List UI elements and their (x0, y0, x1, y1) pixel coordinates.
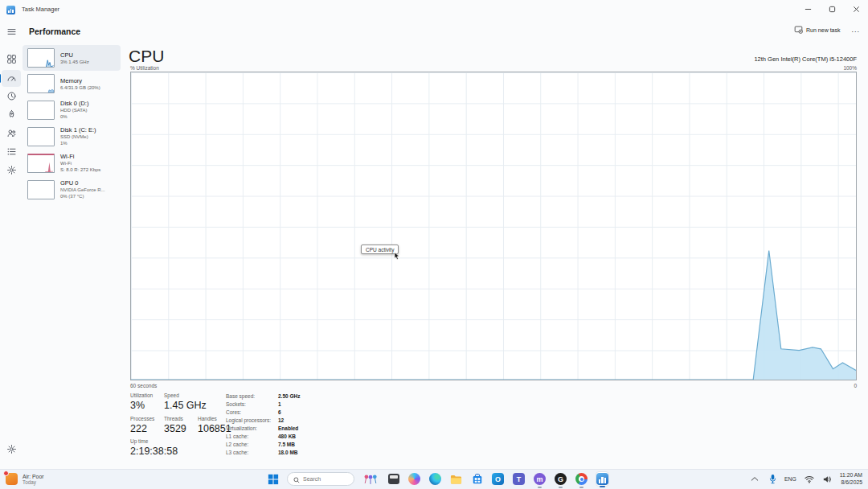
sidebar-item-title: GPU 0 (60, 179, 105, 187)
memory-mini-chart (27, 74, 55, 93)
close-button[interactable] (844, 0, 868, 18)
disk-0-d-mini-chart (27, 101, 55, 120)
utilization-value: 3% (130, 400, 145, 411)
nav-item-processes[interactable] (2, 51, 21, 68)
sidebar-item-title: CPU (60, 51, 89, 59)
taskbar-icon-files-dark-app[interactable] (387, 471, 400, 487)
sidebar-item-disk-1-c-e[interactable]: Disk 1 (C: E:)SSD (NVMe)1% (23, 123, 121, 150)
taskbar-icon-microsoft-store[interactable] (470, 471, 484, 487)
run-new-task-label: Run new task (806, 27, 840, 33)
tray-language[interactable]: ENG (784, 476, 796, 482)
run-new-task-button[interactable]: Run new task (794, 25, 840, 35)
taskbar-icon-pins-app[interactable] (362, 471, 379, 487)
taskbar-search[interactable] (287, 472, 354, 486)
startup-icon (6, 109, 17, 123)
detail-label: L2 cache: (226, 442, 278, 447)
titlebar: Task Manager (0, 0, 868, 18)
detail-row: Cores:6 (226, 408, 300, 416)
detail-label: L3 cache: (226, 450, 278, 455)
utilization-label: Utilization (130, 392, 153, 398)
minimize-button[interactable] (796, 0, 820, 18)
run-new-task-icon (794, 25, 803, 35)
taskbar-icon-m-app[interactable]: m (533, 471, 547, 487)
details-icon (6, 146, 17, 160)
taskbar-icon-copilot[interactable] (407, 471, 421, 487)
detail-row: Virtualization:Enabled (226, 424, 300, 432)
page-title: Performance (29, 27, 80, 36)
taskbar-icon-g-app[interactable]: G (554, 471, 567, 487)
more-options-button[interactable]: ... (851, 26, 860, 34)
sidebar-item-disk-0-d[interactable]: Disk 0 (D:)HDD (SATA)0% (23, 97, 121, 123)
detail-label: Logical processors: (226, 417, 278, 423)
outlook-icon: O (492, 473, 504, 485)
detail-label: Virtualization: (226, 425, 278, 431)
tray-volume-icon[interactable] (822, 471, 833, 487)
sidebar-item-title: Disk 1 (C: E:) (60, 126, 96, 134)
tray-chevron-up-icon[interactable] (749, 471, 760, 487)
detail-value: 12 (278, 417, 284, 423)
performance-sidebar: CPU3% 1.45 GHzMemory6.4/31.9 GB (20%)Dis… (23, 45, 121, 203)
gear-icon (6, 443, 17, 458)
x-right-label: 0 (854, 383, 857, 388)
hamburger-icon (6, 26, 17, 40)
sidebar-item-line2: Wi-Fi (60, 160, 100, 166)
nav-rail (0, 18, 23, 469)
microsoft-store-icon (472, 473, 483, 485)
task-manager-app-icon (6, 2, 15, 16)
nav-item-users[interactable] (2, 125, 21, 142)
x-left-label: 60 seconds (130, 383, 157, 388)
start-button[interactable] (266, 471, 280, 487)
nav-item-services[interactable] (2, 162, 21, 179)
sidebar-item-cpu[interactable]: CPU3% 1.45 GHz (23, 45, 121, 71)
nav-item-performance[interactable] (2, 70, 21, 87)
maximize-button[interactable] (820, 0, 844, 18)
sidebar-item-line3: 1% (60, 140, 96, 146)
g-app-icon: G (555, 473, 567, 485)
taskbar-icon-file-explorer[interactable] (449, 471, 463, 487)
sidebar-item-wi-fi[interactable]: Wi-FiWi-FiS: 8.0 R: 272 Kbps (23, 150, 121, 176)
y-max-label: 100% (843, 65, 857, 71)
y-axis-label: % Utilization (130, 65, 159, 71)
tray-wifi-icon[interactable] (804, 471, 815, 487)
disk-1-c-e-mini-chart (27, 127, 55, 146)
sidebar-item-line2: 3% 1.45 GHz (60, 59, 89, 65)
services-icon (6, 164, 17, 179)
detail-row: Sockets:1 (226, 400, 300, 408)
taskbar-icon-teams[interactable]: T (512, 471, 526, 487)
uptime-label: Up time (130, 438, 148, 444)
window-controls (796, 0, 868, 18)
nav-item-startup-apps[interactable] (2, 107, 21, 124)
nav-item-app-history[interactable] (2, 88, 21, 105)
detail-label: Cores: (226, 409, 278, 415)
detail-row: L3 cache:18.0 MB (226, 448, 300, 456)
nav-menu-button[interactable] (2, 24, 21, 41)
processor-name: 12th Gen Intel(R) Core(TM) i5-12400F (754, 55, 857, 63)
window-title: Task Manager (22, 6, 59, 13)
tray-time: 11:20 AM (840, 472, 862, 479)
cpu-utilization-chart[interactable]: CPU activity (130, 72, 857, 380)
detail-value: 18.0 MB (278, 450, 298, 455)
taskbar-icon-chrome[interactable] (575, 471, 588, 487)
search-input[interactable] (303, 476, 350, 482)
nav-item-details[interactable] (2, 144, 21, 161)
detail-value: 2.50 GHz (278, 393, 300, 399)
sidebar-item-title: Wi-Fi (60, 153, 100, 160)
processes-value: 222 (130, 423, 147, 434)
detail-value: Enabled (278, 425, 298, 431)
pins-app-icon (362, 473, 379, 485)
sidebar-item-line2: NVIDIA GeForce R... (60, 187, 105, 193)
file-explorer-icon (450, 474, 462, 485)
taskbar-icon-edge[interactable] (428, 471, 442, 487)
taskbar-icon-outlook[interactable]: O (491, 471, 505, 487)
tray-microphone-icon[interactable] (768, 471, 777, 487)
edge-icon (429, 473, 441, 485)
sidebar-item-memory[interactable]: Memory6.4/31.9 GB (20%) (23, 71, 121, 97)
cpu-spec-details: Base speed:2.50 GHzSockets:1Cores:6Logic… (226, 392, 300, 456)
sidebar-item-gpu-0[interactable]: GPU 0NVIDIA GeForce R...0% (37 °C) (23, 176, 121, 203)
taskbar-icon-task-manager[interactable] (596, 471, 609, 487)
threads-label: Threads (164, 416, 183, 421)
tray-clock[interactable]: 11:20 AM 8/6/2025 (840, 472, 862, 486)
chrome-icon (575, 473, 588, 485)
settings-button[interactable] (2, 442, 21, 458)
taskbar-weather-widget[interactable]: Air: Poor Today (5, 469, 43, 489)
